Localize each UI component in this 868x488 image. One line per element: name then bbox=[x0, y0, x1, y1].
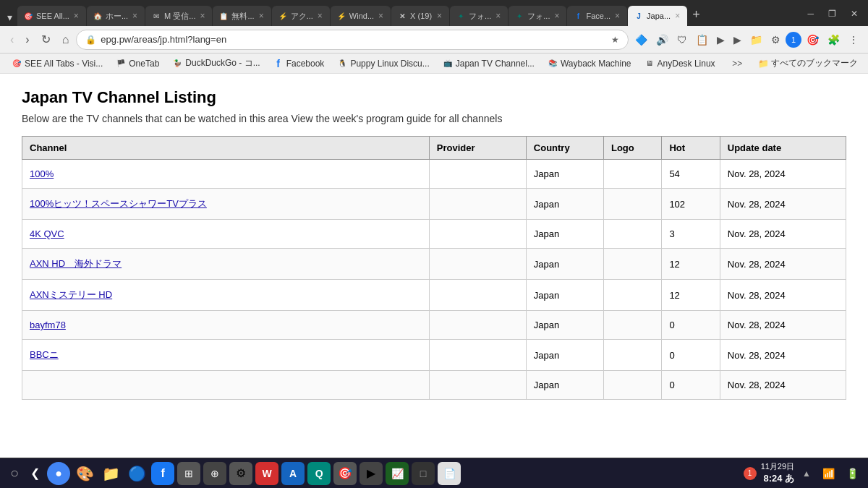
menu-btn[interactable]: ⋮ bbox=[845, 32, 862, 48]
tab-ak[interactable]: ⚡ アク... × bbox=[272, 6, 330, 26]
tab-close-facebook[interactable]: × bbox=[613, 10, 621, 22]
tab-close-x[interactable]: × bbox=[435, 10, 443, 22]
tab-favicon-ak: ⚡ bbox=[278, 11, 288, 21]
tab-fo2[interactable]: ✦ フォ... × bbox=[509, 6, 566, 26]
tab-favicon-facebook: f bbox=[573, 11, 583, 21]
taskbar-app1-icon[interactable]: ⊞ bbox=[177, 462, 200, 485]
taskbar-app2-icon[interactable]: ⊕ bbox=[203, 462, 226, 485]
tab-close-ak[interactable]: × bbox=[316, 10, 324, 22]
taskbar-facebook-taskbar-icon[interactable]: f bbox=[151, 462, 174, 485]
taskbar-chart-icon[interactable]: 📈 bbox=[386, 462, 409, 485]
tab-japan[interactable]: J Japa... × bbox=[628, 6, 687, 26]
extension-btn-9[interactable]: 1 bbox=[786, 32, 801, 48]
extensions-btn[interactable]: 🧩 bbox=[824, 32, 843, 48]
bookmark-see-all[interactable]: 🎯 SEE All Tabs - Visi... bbox=[6, 57, 109, 70]
taskbar-doc-icon[interactable]: 📄 bbox=[438, 462, 461, 485]
restore-button[interactable]: ❐ bbox=[821, 6, 843, 22]
channel-link[interactable]: 4K QVC bbox=[30, 228, 64, 239]
tab-close-see[interactable]: × bbox=[72, 10, 80, 22]
taskbar-square-icon[interactable]: □ bbox=[412, 462, 435, 485]
table-cell-provider bbox=[429, 160, 526, 189]
taskbar-circle-btn[interactable]: ○ bbox=[6, 462, 23, 484]
bookmark-facebook[interactable]: f Facebook bbox=[268, 57, 331, 70]
tab-close-fo2[interactable]: × bbox=[553, 10, 561, 22]
taskbar-back-btn[interactable]: ❮ bbox=[26, 463, 44, 483]
taskbar-play-icon[interactable]: ▶ bbox=[359, 462, 383, 485]
tab-close-mail[interactable]: × bbox=[198, 10, 206, 22]
taskbar-word-icon[interactable]: W bbox=[255, 462, 278, 485]
bookmark-anydesk[interactable]: 🖥 AnyDesk Linux bbox=[639, 57, 721, 70]
tab-wind[interactable]: ⚡ Wind... × bbox=[331, 6, 391, 26]
back-button[interactable]: ‹ bbox=[6, 30, 18, 49]
bookmark-japan-tv[interactable]: 📺 Japan TV Channel... bbox=[437, 57, 540, 70]
address-bar[interactable]: 🔒 epg.pw/areas/jp.html?lang=en ★ bbox=[76, 30, 629, 50]
forward-button[interactable]: › bbox=[21, 30, 33, 49]
extension-btn-5[interactable]: ▶ bbox=[713, 32, 728, 48]
channel-link[interactable]: BBCニ bbox=[30, 349, 59, 360]
bookmarks-folder[interactable]: 📁 すべてのブックマーク bbox=[754, 56, 862, 71]
tab-title-mail: M 受信... bbox=[164, 11, 195, 22]
table-cell-channel: bayfm78 bbox=[22, 311, 430, 340]
extension-btn-4[interactable]: 📋 bbox=[692, 32, 712, 48]
channel-link[interactable]: AXNミステリー HD bbox=[30, 289, 112, 300]
tab-close-wind[interactable]: × bbox=[377, 10, 385, 22]
tab-favicon-home: 🏠 bbox=[93, 11, 103, 21]
bookmarks-more-button[interactable]: >> bbox=[728, 57, 746, 70]
extension-btn-10[interactable]: 🎯 bbox=[803, 32, 822, 48]
taskbar-arrow-icon[interactable]: ▲ bbox=[799, 466, 814, 481]
tab-x[interactable]: ✕ X (19) × bbox=[391, 6, 449, 26]
tab-dropdown-btn[interactable]: ▾ bbox=[3, 9, 17, 26]
channel-link[interactable]: AXN HD 海外ドラマ bbox=[30, 258, 122, 269]
taskbar-battery-icon[interactable]: 🔋 bbox=[843, 466, 862, 481]
taskbar-settings-icon[interactable]: ⚙ bbox=[229, 462, 252, 485]
channel-link[interactable]: 100% bbox=[30, 168, 54, 179]
tab-title-ak: アク... bbox=[291, 11, 313, 22]
extension-btn-1[interactable]: 🔷 bbox=[631, 32, 651, 48]
taskbar-photos-icon[interactable]: 🎨 bbox=[73, 462, 96, 485]
tab-facebook[interactable]: f Face... × bbox=[567, 6, 627, 26]
tab-fo1[interactable]: ✦ フォ... × bbox=[450, 6, 508, 26]
channel-link[interactable]: 100%ヒッツ！スペースシャワーTVプラス bbox=[30, 198, 207, 209]
bookmark-puppy[interactable]: 🐧 Puppy Linux Discu... bbox=[331, 57, 435, 70]
taskbar-ai-icon[interactable]: A bbox=[281, 462, 305, 485]
tab-close-free[interactable]: × bbox=[258, 10, 265, 22]
bookmark-ddg[interactable]: 🦆 DuckDuckGo - コ... bbox=[166, 56, 265, 71]
taskbar-q-icon[interactable]: Q bbox=[307, 462, 331, 485]
table-cell-date: Nov. 28, 2024 bbox=[720, 220, 846, 249]
extension-btn-7[interactable]: 📁 bbox=[746, 32, 766, 48]
bookmark-label-anydesk: AnyDesk Linux bbox=[658, 59, 715, 69]
taskbar-chromebook-icon[interactable]: ● bbox=[47, 462, 70, 485]
bookmark-favicon-ddg: 🦆 bbox=[172, 59, 182, 69]
extension-btn-8[interactable]: ⚙ bbox=[767, 32, 784, 48]
tab-close-japan[interactable]: × bbox=[673, 10, 681, 22]
close-button[interactable]: ✕ bbox=[843, 6, 865, 22]
tab-home[interactable]: 🏠 ホー... × bbox=[87, 6, 145, 26]
minimize-button[interactable]: ─ bbox=[800, 6, 821, 22]
notification-badge[interactable]: 1 bbox=[744, 467, 757, 480]
tab-close-home[interactable]: × bbox=[131, 10, 139, 22]
tab-free[interactable]: 📋 無料... × bbox=[213, 6, 271, 26]
tab-favicon-mail: ✉ bbox=[151, 11, 161, 21]
tab-title-x: X (19) bbox=[410, 12, 433, 20]
table-row: bayfm78Japan0Nov. 28, 2024 bbox=[22, 311, 846, 340]
new-tab-button[interactable]: + bbox=[688, 7, 705, 22]
bookmark-favicon-anydesk: 🖥 bbox=[644, 59, 655, 69]
taskbar-target-icon[interactable]: 🎯 bbox=[333, 462, 357, 485]
home-button[interactable]: ⌂ bbox=[58, 30, 74, 49]
extension-btn-3[interactable]: 🛡 bbox=[673, 32, 691, 48]
star-icon[interactable]: ★ bbox=[611, 35, 619, 45]
refresh-button[interactable]: ↻ bbox=[37, 30, 55, 49]
channel-link[interactable]: bayfm78 bbox=[30, 320, 66, 330]
tab-see-all[interactable]: 🎯 SEE All... × bbox=[17, 6, 86, 26]
table-cell-hot: 102 bbox=[662, 189, 720, 220]
extension-btn-2[interactable]: 🔊 bbox=[652, 32, 672, 48]
bookmark-wayback[interactable]: 📚 Wayback Machine bbox=[542, 57, 637, 70]
taskbar-wifi-icon[interactable]: 📶 bbox=[819, 466, 838, 481]
extension-btn-6[interactable]: ▶ bbox=[730, 32, 745, 48]
tab-title-free: 無料... bbox=[231, 11, 254, 22]
tab-mail[interactable]: ✉ M 受信... × bbox=[145, 6, 212, 26]
taskbar-chrome-icon[interactable]: 🔵 bbox=[125, 462, 148, 485]
taskbar-files-icon[interactable]: 📁 bbox=[99, 462, 122, 485]
bookmark-onetab[interactable]: 🏴 OneTab bbox=[110, 57, 165, 70]
tab-close-fo1[interactable]: × bbox=[494, 10, 502, 22]
